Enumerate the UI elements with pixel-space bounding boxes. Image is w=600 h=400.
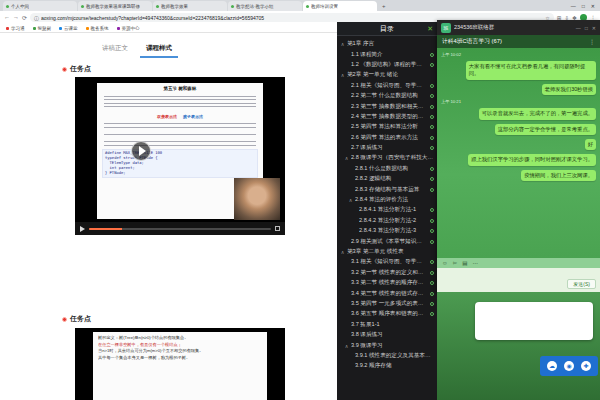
toc-item[interactable]: 1.2 《数据结构》课程的学习与考核 bbox=[340, 60, 434, 70]
bookmark-item[interactable]: 教务系统 bbox=[86, 26, 109, 31]
chat-toolbar-icon[interactable]: ▤ bbox=[462, 260, 467, 266]
window-control-icon[interactable]: ✕ bbox=[591, 3, 595, 9]
wechat-window-controls: —□✕ bbox=[576, 25, 596, 31]
nav-button-icon[interactable]: ← bbox=[4, 14, 10, 21]
toc-item[interactable]: 1.1 课程简介 bbox=[340, 49, 434, 59]
toc-item[interactable]: 2.2 第二节 什么是数据结构 bbox=[340, 91, 434, 101]
toc-item[interactable]: ∧ 第1章 序言 bbox=[340, 39, 434, 49]
toc-item[interactable]: 3.4 第三节 线性表的链式存储结构 bbox=[340, 288, 434, 298]
toc-item-label: 1.2 《数据结构》课程的学习与考核 bbox=[351, 61, 427, 69]
browser-tab[interactable]: 教师教学效果 bbox=[153, 1, 227, 11]
collapse-arrow-icon[interactable]: ∧ bbox=[348, 197, 353, 203]
desktop-wallpaper: ☁◉✚ bbox=[437, 292, 600, 400]
page-info-icon[interactable]: ⓘ bbox=[34, 15, 39, 21]
bookmark-item[interactable]: 学习通 bbox=[6, 26, 25, 31]
toc-item[interactable]: ∧ 第2章 第一单元 绪论 bbox=[340, 70, 434, 80]
toc-item[interactable]: 2.4 第三节 抽象数据类型的表示 bbox=[340, 112, 434, 122]
toc-item[interactable]: 3.5 第四节 一元多项式的表示及相加 bbox=[340, 299, 434, 309]
tray-icon[interactable]: ✚ bbox=[581, 361, 591, 371]
browser-tab[interactable]: 教师培训设置 bbox=[303, 1, 377, 11]
window-control-icon[interactable]: □ bbox=[585, 25, 588, 31]
window-control-icon[interactable]: — bbox=[571, 3, 576, 9]
bookmark-item[interactable]: 云课堂 bbox=[59, 26, 78, 31]
page-tab[interactable]: 讲稿正文 bbox=[96, 42, 134, 58]
collapse-arrow-icon[interactable]: ∧ bbox=[340, 249, 345, 255]
window-control-icon[interactable]: □ bbox=[582, 3, 585, 9]
bookmark-item[interactable]: 资源中心 bbox=[117, 26, 140, 31]
wechat-window-title: 234536班联络群 bbox=[454, 24, 573, 31]
browser-tab[interactable]: 教师教学效果温度课题研修 bbox=[78, 1, 152, 11]
slide-code-block: #define MAX_TREE_SIZE 100typedef struct … bbox=[102, 149, 258, 178]
toc-item[interactable]: 2.1 相关《知识导图、导学案》 bbox=[340, 81, 434, 91]
toc-item[interactable]: ∧ 第3章 第二单元 线性表 bbox=[340, 247, 434, 257]
completed-check-icon bbox=[430, 125, 434, 129]
send-button[interactable]: 发送(S) bbox=[567, 279, 596, 289]
collapse-arrow-icon[interactable]: ∧ bbox=[344, 343, 349, 349]
video-progress-bar[interactable] bbox=[89, 228, 271, 230]
collapse-arrow-icon[interactable]: ∧ bbox=[344, 155, 349, 161]
browser-tab[interactable]: 个人空间 bbox=[3, 1, 77, 11]
toc-item[interactable]: 3.2 第一节 线性表的定义和特点 bbox=[340, 268, 434, 278]
toc-item[interactable]: 2.9 相关测试《本章节知识点测试》 bbox=[340, 236, 434, 246]
toc-item[interactable]: 2.7 课后练习 bbox=[340, 143, 434, 153]
toc-item[interactable]: 3.6 第五节 顺序表和链表的比较 bbox=[340, 309, 434, 319]
toc-item[interactable]: ∧ 3.9 微课学习 bbox=[340, 340, 434, 350]
video-play-icon[interactable] bbox=[80, 226, 85, 232]
toc-item[interactable]: 2.8.1 什么是数据结构 bbox=[340, 164, 434, 174]
collapse-arrow-icon[interactable]: ∧ bbox=[340, 41, 345, 47]
chat-message: 疫情期间，我们上三次网课。 bbox=[521, 170, 596, 181]
collapse-arrow-icon[interactable]: ∧ bbox=[340, 72, 345, 78]
toc-item[interactable]: 2.8.4.1 算法分析方法-1 bbox=[340, 205, 434, 215]
toc-item[interactable]: 3.1 相关《知识导图、导学案》 bbox=[340, 257, 434, 267]
toc-close-icon[interactable]: ✕ bbox=[427, 25, 433, 33]
toc-item[interactable]: 3.9.2 顺序存储 bbox=[340, 361, 434, 371]
toc-item[interactable]: 2.6 第四节 算法的表示方法 bbox=[340, 133, 434, 143]
tray-icon[interactable]: ◉ bbox=[564, 361, 574, 371]
toc-item[interactable]: 2.5 第四节 算法和算法分析 bbox=[340, 122, 434, 132]
bookmark-item[interactable]: 智慧树 bbox=[33, 26, 52, 31]
completed-check-icon bbox=[430, 292, 434, 296]
toc-item-label: 2.8.2 逻辑结构 bbox=[355, 175, 427, 183]
chat-message-area: 上午 10:02 大家有看不懂可在此文档参看几遍，有问题随时提问。 老师发我们3… bbox=[437, 48, 600, 258]
browser-tab[interactable]: 教学想法·教学小组 bbox=[228, 1, 302, 11]
toc-item[interactable]: ∧ 2.8.4 算法的评价方法 bbox=[340, 195, 434, 205]
video-controls bbox=[75, 222, 285, 235]
toc-item[interactable]: 3.8 课后练习 bbox=[340, 330, 434, 340]
popup-card[interactable] bbox=[475, 302, 593, 340]
chat-menu-icon[interactable]: ⋮ bbox=[589, 38, 595, 45]
toc-item[interactable]: 3.9.1 线性表的定义及其基本操作 bbox=[340, 351, 434, 361]
browser-tab-strip: 个人空间 教师教学效果温度课题研修 教师教学效果 教学想法·教学 bbox=[0, 0, 600, 11]
chat-toolbar-icon[interactable]: ✂ bbox=[453, 260, 458, 266]
tray-icon[interactable]: ☁ bbox=[547, 361, 557, 371]
chat-toolbar-icon[interactable]: ⋯ bbox=[472, 260, 478, 266]
toc-item[interactable]: 2.8.4.2 算法分析方法-2 bbox=[340, 216, 434, 226]
completed-check-icon bbox=[430, 177, 434, 181]
chat-toolbar-icon[interactable]: ☺ bbox=[442, 260, 448, 266]
toc-item-label: 2.8.4.3 算法分析方法-3 bbox=[359, 227, 427, 235]
window-control-icon[interactable]: — bbox=[576, 25, 581, 31]
nav-button-icon[interactable]: ⟳ bbox=[22, 14, 27, 21]
toc-item[interactable]: 3.7 拓展1-1 bbox=[340, 320, 434, 330]
slide-text-lines bbox=[104, 121, 256, 147]
video-player[interactable]: 第五节 树和森林 双亲表示法孩子表示法 #define MAX_TREE_SIZ… bbox=[75, 77, 285, 235]
new-tab-button[interactable]: + bbox=[378, 3, 390, 9]
window-control-icon[interactable]: ✕ bbox=[592, 25, 596, 31]
document-viewer[interactable]: 树的定义：树(Tree)是n(n≥0)个结点的有限集合。在任意一棵非空树中，有且… bbox=[75, 328, 285, 400]
toc-item-label: 2.8 微课学习（西安电子科技大学） bbox=[351, 154, 434, 162]
play-button[interactable] bbox=[131, 141, 151, 161]
toc-item[interactable]: ∧ 2.8 微课学习（西安电子科技大学） bbox=[340, 153, 434, 163]
toc-item[interactable]: 2.8.4.3 算法分析方法-3 bbox=[340, 226, 434, 236]
fullscreen-icon[interactable] bbox=[275, 226, 280, 231]
toc-item[interactable]: 2.8.2 逻辑结构 bbox=[340, 174, 434, 184]
page-tab[interactable]: 课程样式 bbox=[140, 42, 178, 58]
tab-label: 教师培训设置 bbox=[311, 4, 338, 9]
group-avatar[interactable]: 班 bbox=[441, 23, 451, 33]
toc-item[interactable]: 3.3 第二节 线性表的顺序存储结构 bbox=[340, 278, 434, 288]
chat-input[interactable]: 发送(S) bbox=[437, 268, 600, 292]
nav-button-icon[interactable]: → bbox=[13, 14, 19, 21]
toc-item[interactable]: 2.3 第三节 抽象数据和相关概念 bbox=[340, 101, 434, 111]
task-point-dot-icon bbox=[62, 317, 67, 322]
toc-item[interactable]: 2.8.3 存储结构与基本运算 bbox=[340, 184, 434, 194]
chat-message: 好 bbox=[585, 139, 596, 150]
page-tabs: 讲稿正文课程样式 bbox=[96, 42, 178, 58]
